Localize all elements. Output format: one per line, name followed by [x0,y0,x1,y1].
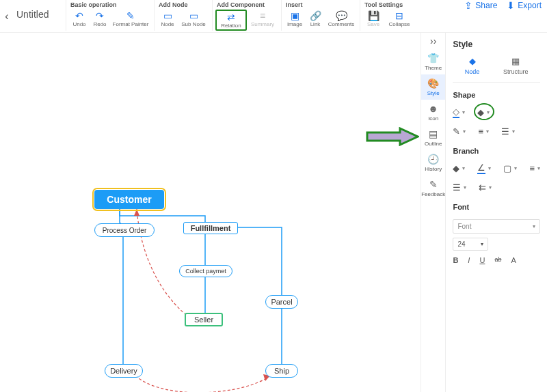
section-branch-label: Branch [453,139,540,160]
link-icon: 🔗 [310,10,321,21]
font-color-button[interactable]: A [511,256,516,264]
tool-redo[interactable]: ↷Redo [90,10,110,28]
export-icon: ⬇ [507,0,515,11]
redo-icon: ↷ [96,10,104,21]
document-title[interactable]: Untitled [14,0,66,20]
tool-image[interactable]: ▣Image [284,10,305,28]
shape-fill-button[interactable]: ◇▾ [453,107,465,118]
font-size-select[interactable]: 24▾ [453,238,488,251]
branch-weight-icon: ☰ [453,182,461,193]
group-label: Basic operation [69,1,151,10]
canvas-edges [0,33,421,392]
sub-node-icon: ▭ [189,10,198,21]
side-rail: ›› 👕Theme🎨Style☻Icon▤Outline🕘History✎Fee… [421,33,445,392]
rail-history[interactable]: 🕘History [421,150,445,176]
node-fullfillment[interactable]: Fullfillment [183,222,238,234]
svg-marker-2 [367,128,418,145]
border-button[interactable]: ✎▾ [453,126,466,137]
tab-node[interactable]: ◆Node [465,56,480,75]
strikethrough-button[interactable]: ab [494,256,501,264]
group-label: Add Node [157,1,209,10]
node-collect-paymet[interactable]: Collect paymet [179,265,232,277]
collapse-icon: ⊟ [395,10,403,21]
tool-comments[interactable]: 💬Comments [325,10,357,28]
shape-style-icon: ◆ [477,107,484,117]
share-button[interactable]: ⇪Share [464,0,497,11]
export-button[interactable]: ⬇Export [507,0,542,11]
font-family-select[interactable]: Font▾ [453,219,540,234]
format-painter-icon: ✎ [126,10,135,21]
arrow-indicator [366,127,419,146]
branch-line-button[interactable]: ∠▾ [477,163,491,174]
node-customer[interactable]: Customer [94,190,164,209]
rail-label: Style [427,90,440,96]
tab-structure[interactable]: ▦Structure [503,56,529,75]
tool-collapse[interactable]: ⊟Collapse [384,10,415,28]
tool-undo[interactable]: ↶Undo [69,10,90,28]
tool-label: Undo [72,21,85,27]
outline-icon: ▤ [429,128,438,139]
section-font-label: Font [453,195,540,216]
node-seller[interactable]: Seller [185,313,223,326]
save-icon: 💾 [368,10,379,21]
toolbar-group-add-component: Add Component⇄Relation≡Summary [212,0,281,31]
node-tab-icon: ◆ [469,56,476,66]
node-delivery[interactable]: Delivery [105,364,143,378]
tool-label: Save [367,21,379,27]
rail-theme[interactable]: 👕Theme [421,49,445,74]
summary-icon: ≡ [260,10,265,21]
branch-shape-button[interactable]: ▢▾ [503,163,517,174]
shape-style-button[interactable]: ◆▾ [477,107,490,118]
rail-style[interactable]: 🎨Style [421,74,445,100]
line-style-button[interactable]: ☰▾ [501,126,515,137]
rail-feedback[interactable]: ✎Feedback [421,176,445,201]
tool-label: Sub Node [181,21,206,27]
branch-arrow-button[interactable]: ⇇▾ [479,182,492,193]
italic-button[interactable]: I [468,256,470,264]
line-style-icon: ☰ [501,126,509,137]
rail-label: Outline [425,141,442,147]
share-icon: ⇪ [464,0,472,11]
branch-align-button[interactable]: ≡▾ [529,163,540,174]
underline-button[interactable]: U [479,256,485,264]
branch-weight-button[interactable]: ☰▾ [453,182,466,193]
node-parcel[interactable]: Parcel [265,295,298,309]
node-process-order[interactable]: Process Order [94,223,155,237]
rail-icon[interactable]: ☻Icon [421,100,445,125]
toolbar-group-tool-settings: Tool Settings💾Save⊟Collapse [360,0,418,31]
node-ship[interactable]: Ship [265,364,298,378]
rail-label: History [425,166,442,172]
share-label: Share [475,1,497,10]
tool-node[interactable]: ▭Node [157,10,178,28]
tool-format-painter[interactable]: ✎Format Painter [110,10,151,28]
tool-relation[interactable]: ⇄Relation [215,10,247,31]
tool-label: Comments [328,21,355,27]
comments-icon: 💬 [336,10,347,21]
rail-label: Feedback [421,191,445,197]
tool-link[interactable]: 🔗Link [305,10,325,28]
branch-line-icon: ∠ [477,163,485,174]
branch-shape-icon: ▢ [503,163,511,173]
back-button[interactable]: ‹ [0,0,14,33]
relation-icon: ⇄ [227,12,235,23]
branch-align-icon: ≡ [529,163,535,173]
branch-color-button[interactable]: ◆▾ [453,163,465,174]
bold-button[interactable]: B [453,256,458,264]
tool-label: Format Painter [113,21,149,27]
line-weight-button[interactable]: ≡▾ [478,126,489,137]
fill-icon: ◇ [453,107,459,118]
canvas-workspace[interactable]: Customer Process Order Fullfillment Coll… [0,33,421,392]
icon-icon: ☻ [428,103,438,114]
tool-sub-node[interactable]: ▭Sub Node [178,10,209,28]
tool-label: Link [310,21,321,27]
group-label: Tool Settings [363,1,415,10]
structure-tab-icon: ▦ [511,56,520,66]
rail-collapse-button[interactable]: ›› [421,33,445,49]
tool-label: Relation [221,23,241,29]
panel-title: Style [453,37,540,56]
node-icon: ▭ [163,10,172,21]
group-label: Insert [284,1,357,10]
undo-icon: ↶ [75,10,83,21]
rail-outline[interactable]: ▤Outline [421,125,445,150]
theme-icon: 👕 [427,53,439,64]
